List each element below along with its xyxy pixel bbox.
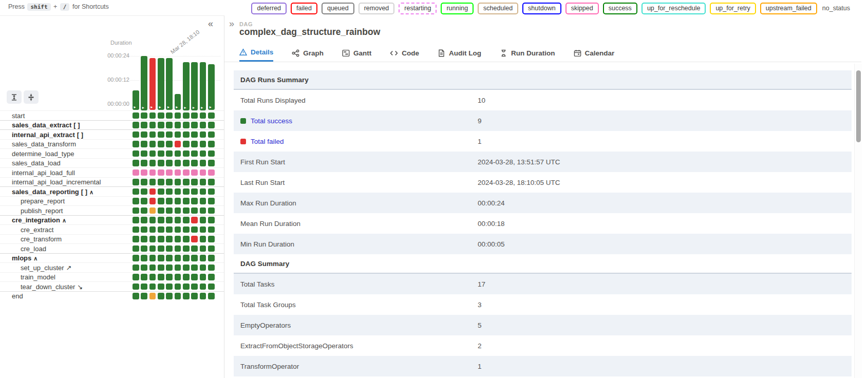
task-instance-square-success[interactable]: [200, 264, 206, 271]
task-instance-square-skipped[interactable]: [208, 169, 215, 176]
task-instance-square-skipped[interactable]: [166, 169, 173, 176]
task-instance-square-success[interactable]: [133, 160, 139, 166]
task-row-train_model[interactable]: train_model: [0, 272, 224, 282]
row-label-link[interactable]: Total failed: [251, 138, 284, 145]
task-instance-square-success[interactable]: [141, 112, 147, 119]
task-instance-square-success[interactable]: [208, 274, 215, 280]
state-badge-up_for_reschedule[interactable]: up_for_reschedule: [641, 3, 706, 14]
task-instance-square-success[interactable]: [133, 217, 139, 223]
task-instance-square-success[interactable]: [158, 188, 164, 195]
task-instance-square-success[interactable]: [175, 255, 181, 261]
task-instance-square-success[interactable]: [149, 179, 156, 185]
task-instance-square-success[interactable]: [208, 226, 215, 233]
task-instance-square-failed[interactable]: [149, 198, 156, 204]
task-instance-square-success[interactable]: [166, 112, 173, 119]
collapse-group-icon[interactable]: ∧: [33, 255, 37, 261]
collapse-panel-icon[interactable]: «: [208, 18, 213, 29]
task-instance-square-success[interactable]: [166, 188, 173, 195]
task-instance-square-success[interactable]: [141, 217, 147, 223]
task-instance-square-success[interactable]: [183, 255, 190, 261]
task-instance-square-success[interactable]: [133, 245, 139, 252]
task-label[interactable]: start: [12, 112, 25, 120]
collapse-rows-button[interactable]: [24, 90, 39, 104]
task-label[interactable]: train_model: [21, 273, 55, 281]
tab-code[interactable]: Code: [390, 44, 419, 62]
task-instance-square-success[interactable]: [200, 293, 206, 299]
task-instance-square-success[interactable]: [183, 245, 190, 252]
task-instance-square-skipped[interactable]: [183, 169, 190, 176]
state-badge-scheduled[interactable]: scheduled: [478, 3, 518, 14]
task-instance-square-success[interactable]: [158, 141, 164, 147]
task-instance-square-success[interactable]: [166, 274, 173, 280]
state-badge-success[interactable]: success: [603, 3, 637, 14]
task-instance-square-success[interactable]: [149, 255, 156, 261]
task-instance-square-success[interactable]: [200, 255, 206, 261]
task-instance-square-success[interactable]: [183, 264, 190, 271]
task-instance-square-skipped[interactable]: [200, 169, 206, 176]
task-instance-square-success[interactable]: [133, 122, 139, 128]
task-instance-square-success[interactable]: [149, 264, 156, 271]
state-badge-failed[interactable]: failed: [291, 3, 317, 14]
task-instance-square-success[interactable]: [175, 198, 181, 204]
tab-gantt[interactable]: Gantt: [342, 44, 371, 62]
task-label[interactable]: mlops∧: [12, 254, 37, 262]
task-instance-square-success[interactable]: [133, 284, 139, 290]
task-instance-square-success[interactable]: [175, 293, 181, 299]
task-row-internal_api_load_full[interactable]: internal_api_load_full: [0, 167, 224, 177]
task-row-cre_integration[interactable]: cre_integration∧: [0, 215, 224, 225]
expand-panel-icon[interactable]: »: [229, 18, 234, 29]
task-instance-square-success[interactable]: [191, 293, 198, 299]
task-instance-square-success[interactable]: [166, 226, 173, 233]
task-instance-square-success[interactable]: [166, 198, 173, 204]
task-instance-square-success[interactable]: [158, 274, 164, 280]
task-instance-square-success[interactable]: [175, 188, 181, 195]
task-instance-square-success[interactable]: [158, 112, 164, 119]
task-instance-square-success[interactable]: [200, 226, 206, 233]
task-instance-square-success[interactable]: [158, 122, 164, 128]
task-instance-square-success[interactable]: [183, 198, 190, 204]
task-instance-square-success[interactable]: [133, 264, 139, 271]
task-instance-square-success[interactable]: [166, 284, 173, 290]
dag-run-bar[interactable]: ▸: [191, 62, 198, 110]
task-label[interactable]: set_up_cluster↗: [21, 264, 71, 272]
task-instance-square-success[interactable]: [158, 207, 164, 214]
task-row-internal_api_load_incremental[interactable]: internal_api_load_incremental: [0, 177, 224, 187]
state-badge-restarting[interactable]: restarting: [399, 3, 437, 14]
task-instance-square-success[interactable]: [191, 284, 198, 290]
task-instance-square-success[interactable]: [200, 150, 206, 157]
task-row-set_up_cluster[interactable]: set_up_cluster↗: [0, 262, 224, 272]
task-instance-square-success[interactable]: [141, 150, 147, 157]
task-row-start[interactable]: start: [0, 110, 224, 120]
dag-run-bar[interactable]: ▸: [200, 62, 206, 110]
task-instance-square-success[interactable]: [141, 122, 147, 128]
task-instance-square-success[interactable]: [208, 122, 215, 128]
task-instance-square-success[interactable]: [158, 226, 164, 233]
task-instance-square-success[interactable]: [200, 274, 206, 280]
task-label[interactable]: cre_extract: [21, 226, 53, 234]
task-instance-square-success[interactable]: [200, 284, 206, 290]
task-instance-square-success[interactable]: [208, 264, 215, 271]
task-instance-square-success[interactable]: [175, 207, 181, 214]
task-instance-square-success[interactable]: [166, 293, 173, 299]
task-instance-square-success[interactable]: [149, 160, 156, 166]
task-row-internal_api_extract[interactable]: internal_api_extract[ ]: [0, 129, 224, 139]
task-row-publish_report[interactable]: publish_report: [0, 205, 224, 215]
scrollbar-track[interactable]: [854, 64, 862, 378]
dag-run-bar[interactable]: ▸: [133, 90, 139, 110]
task-label[interactable]: internal_api_load_full: [12, 169, 75, 177]
task-instance-square-success[interactable]: [183, 160, 190, 166]
task-instance-square-success[interactable]: [133, 112, 139, 119]
task-instance-square-success[interactable]: [183, 131, 190, 138]
task-instance-square-success[interactable]: [183, 284, 190, 290]
task-instance-square-skipped[interactable]: [149, 169, 156, 176]
collapse-group-icon[interactable]: ∧: [62, 217, 66, 223]
task-row-prepare_report[interactable]: prepare_report: [0, 196, 224, 206]
task-instance-square-success[interactable]: [175, 274, 181, 280]
task-instance-square-success[interactable]: [183, 179, 190, 185]
task-instance-square-success[interactable]: [149, 284, 156, 290]
task-instance-square-success[interactable]: [158, 131, 164, 138]
task-instance-square-success[interactable]: [208, 141, 215, 147]
task-instance-square-success[interactable]: [141, 131, 147, 138]
task-instance-square-success[interactable]: [175, 226, 181, 233]
task-label[interactable]: determine_load_type: [12, 150, 74, 158]
